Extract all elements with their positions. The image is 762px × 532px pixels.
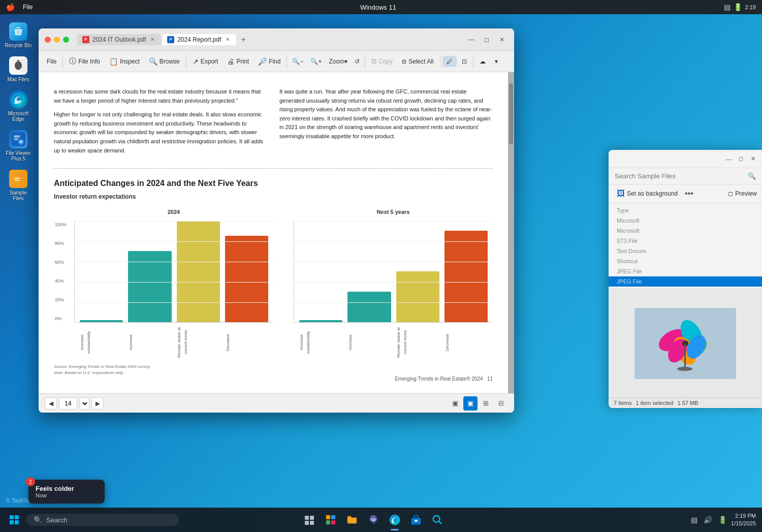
cold-notification[interactable]: 2 Feels colder Now	[28, 480, 105, 504]
taskbar-app-taskview[interactable]	[300, 511, 319, 529]
set-background-btn[interactable]: 🖼 Set as background	[614, 187, 681, 200]
prev-page-btn[interactable]: ◀	[45, 397, 57, 410]
file-type-row-0[interactable]: Type	[609, 205, 762, 215]
taskbar-app-widgets[interactable]	[322, 511, 340, 529]
zoom-out-btn[interactable]: 🔍−	[289, 56, 306, 67]
browse-btn[interactable]: 🔍 Browse	[145, 55, 184, 68]
rotate-icon: ↺	[355, 58, 360, 65]
taskbar-app-magnifier[interactable]	[428, 511, 447, 529]
file-panel-titlebar: — ◻ ✕	[609, 150, 762, 168]
file-btn[interactable]: File	[43, 56, 60, 67]
items-size: 1.57 MB	[677, 400, 698, 406]
print-btn[interactable]: 🖨 Print	[223, 55, 253, 68]
select-all-btn[interactable]: ⧈ Select All	[398, 55, 437, 68]
notification-subtitle: Now	[36, 492, 98, 498]
svg-rect-24	[310, 516, 314, 520]
preview-btn[interactable]: ◻ Preview	[728, 190, 757, 197]
grid-view-btn[interactable]: ⊟	[494, 396, 508, 411]
pdf-scrollbar-thumb[interactable]	[509, 83, 513, 144]
taskbar-time[interactable]: 2:19 PM 1/15/2025	[731, 512, 756, 528]
zoom-in-btn[interactable]: 🔍+	[307, 56, 325, 67]
taskbar: 🔍 Search	[0, 508, 762, 532]
inspect-btn[interactable]: 📋 Inspect	[105, 55, 144, 68]
taskbar-center	[300, 511, 447, 529]
more-btn[interactable]: ▾	[491, 56, 502, 67]
mac-files-label: Mac Files	[8, 77, 29, 82]
maximize-button[interactable]	[63, 37, 69, 43]
menu-item-file[interactable]: File	[23, 4, 33, 11]
fp-maximize-btn[interactable]: ◻	[736, 154, 746, 164]
close-button[interactable]	[45, 37, 51, 43]
toolbar-sep-3	[287, 55, 287, 68]
grid-line-20-r	[294, 302, 493, 303]
taskbar-app-edge[interactable]	[386, 511, 404, 529]
taskbar-app-explorer[interactable]	[343, 511, 361, 529]
start-button[interactable]	[6, 512, 22, 528]
section-title: Anticipated Changes in 2024 and the Next…	[54, 177, 493, 190]
single-view-btn[interactable]: ▣	[463, 396, 478, 411]
wifi-icon[interactable]: ▤	[724, 3, 731, 11]
rotate-btn[interactable]: ↺	[352, 56, 363, 67]
chart-grid	[74, 221, 273, 323]
apple-icon[interactable]: 🍎	[6, 3, 15, 11]
window-minimize-btn[interactable]: —	[465, 34, 478, 46]
window-close-btn[interactable]: ✕	[496, 34, 508, 46]
highlight-btn[interactable]: 🖊	[442, 56, 457, 67]
taskbar-app-chat[interactable]	[364, 511, 383, 529]
file-search-input[interactable]	[615, 172, 744, 180]
desktop-icon-edge[interactable]: Microsoft Edge	[1, 87, 36, 125]
export-btn[interactable]: ↗ Export	[188, 55, 223, 68]
tab-it-outlook-close[interactable]: ✕	[149, 36, 156, 43]
next-page-btn[interactable]: ▶	[91, 397, 104, 410]
single-col-view-btn[interactable]: ▣	[448, 396, 462, 411]
grid-line-80	[75, 241, 273, 242]
file-type-row-4[interactable]: Text Docum	[609, 246, 762, 256]
thumbnail-svg	[634, 308, 736, 379]
menu-bar-left: 🍎 File	[6, 3, 33, 11]
recycle-bin-icon	[9, 22, 27, 41]
snapshot-btn[interactable]: ⊡	[458, 56, 471, 67]
taskbar-app-store[interactable]	[407, 511, 425, 529]
copy-btn[interactable]: ⧉ Copy	[367, 55, 397, 68]
file-info-btn[interactable]: ⓘ File Info	[65, 55, 104, 68]
file-type-row-5[interactable]: Shortcut	[609, 256, 762, 266]
battery-icon[interactable]: 🔋	[734, 3, 742, 11]
fp-minimize-btn[interactable]: —	[723, 154, 734, 164]
page-dropdown[interactable]	[79, 397, 89, 410]
window-maximize-btn[interactable]: ◻	[481, 34, 493, 46]
page-number-input[interactable]	[59, 397, 77, 410]
tab-it-outlook-icon: P	[82, 36, 89, 43]
fp-close-btn[interactable]: ✕	[748, 154, 758, 164]
pdf-page[interactable]: a recession has some dark clouds for the…	[39, 72, 508, 393]
pdf-scrollbar[interactable]	[508, 72, 514, 393]
desktop-icon-recycle-bin[interactable]: Recycle Bin	[1, 19, 36, 51]
file-type-row-3[interactable]: ST3 File	[609, 236, 762, 246]
tab-it-outlook[interactable]: P 2024 IT Outlook.pdf ✕	[77, 34, 161, 45]
chart-bars-2024	[75, 221, 273, 322]
cloud-btn[interactable]: ☁	[475, 56, 490, 67]
file-type-row-1[interactable]: Microsoft	[609, 215, 762, 226]
file-type-row-6[interactable]: JPEG File	[609, 266, 762, 276]
tab-report-close[interactable]: ✕	[224, 36, 231, 43]
desktop-icon-sample-files[interactable]: Sample Files	[1, 167, 36, 204]
bar-next5-1	[299, 320, 342, 322]
highlight-icon: 🖊	[447, 58, 453, 65]
minimize-button[interactable]	[54, 37, 60, 43]
tab-report[interactable]: P 2024 Report.pdf ✕	[162, 34, 236, 45]
double-view-btn[interactable]: ⊞	[479, 396, 493, 411]
battery-taskbar-icon[interactable]: 🔋	[716, 514, 729, 526]
tab-add-button[interactable]: +	[237, 34, 249, 46]
more-options-btn[interactable]: •••	[685, 189, 693, 198]
file-type-row-2[interactable]: Microsoft	[609, 226, 762, 236]
file-panel-search: 🔍	[609, 168, 762, 184]
file-type-row-7[interactable]: JPEG File	[609, 276, 762, 287]
zoom-dropdown[interactable]: Zoom▾	[326, 56, 351, 67]
set-bg-icon: 🖼	[617, 189, 625, 198]
desktop-icon-file-viewer[interactable]: File Viewer Plus 5	[1, 127, 36, 165]
find-btn[interactable]: 🔎 Find	[254, 55, 284, 68]
network-icon[interactable]: ▤	[689, 514, 700, 526]
volume-icon[interactable]: 🔊	[702, 514, 714, 526]
y-label-0: 0%	[55, 315, 67, 322]
desktop-icon-mac-files[interactable]: Mac Files	[1, 53, 36, 85]
taskbar-search[interactable]: 🔍 Search	[26, 514, 179, 526]
